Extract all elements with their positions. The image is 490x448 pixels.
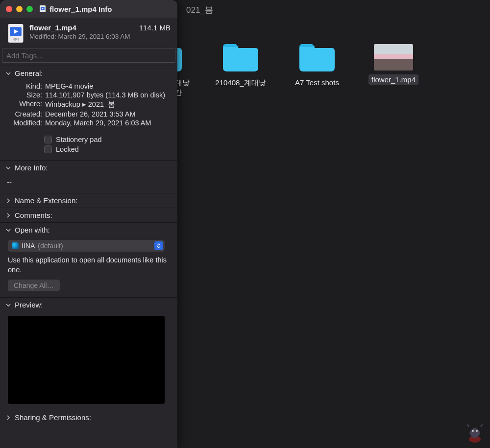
tags-field-wrap	[2, 48, 175, 63]
section-header[interactable]: General:	[0, 66, 177, 80]
section-preview: Preview:	[0, 297, 177, 404]
svg-point-1	[472, 430, 474, 432]
finder-item[interactable]: A7 Test shots	[280, 39, 354, 89]
section-title: Sharing & Permissions:	[15, 413, 91, 422]
chevron-right-icon	[5, 414, 12, 421]
section-header[interactable]: Open with:	[0, 223, 177, 237]
app-icon	[12, 242, 19, 249]
section-more-info: More Info: --	[0, 160, 177, 193]
section-general: General: Kind:MPEG-4 movie Size:114,101,…	[0, 66, 177, 160]
finder-item[interactable]: 210408_계대낮	[204, 39, 277, 89]
section-header[interactable]: Preview:	[0, 298, 177, 312]
stationery-label: Stationery pad	[56, 136, 102, 143]
where-label: Where:	[6, 100, 42, 109]
titlebar: flower_1.mp4 Info	[0, 0, 177, 18]
change-all-button[interactable]: Change All…	[8, 280, 60, 291]
section-title: Comments:	[15, 211, 52, 219]
modified-summary: Modified: March 29, 2021 6:03 AM	[29, 33, 171, 40]
finder-item-label: flower_1.mp4	[368, 74, 418, 85]
close-button[interactable]	[6, 6, 12, 12]
finder-item[interactable]: flower_1.mp4	[357, 39, 430, 89]
locked-label: Locked	[56, 145, 79, 153]
finder-item-label: 210408_계대낮	[212, 77, 269, 89]
info-window: flower_1.mp4 Info MP4 flower_1.mp4 114.1…	[0, 0, 177, 448]
finder-icon-grid: 210330_계대낮 210408_계대낮 A7 Test shots flow…	[127, 39, 490, 89]
chevron-down-icon	[5, 302, 12, 308]
svg-text:MP4: MP4	[12, 38, 19, 41]
section-sharing: Sharing & Permissions:	[0, 410, 177, 424]
window-title: flower_1.mp4 Info	[39, 5, 112, 13]
section-title: More Info:	[15, 164, 48, 172]
section-open-with: Open with: IINA (default) Use this appli…	[0, 222, 177, 297]
file-icon	[39, 5, 47, 13]
locked-row: Locked	[44, 145, 172, 153]
locked-checkbox[interactable]	[44, 145, 52, 153]
modified-label: Modified:	[6, 119, 42, 127]
size-label: Size:	[6, 91, 42, 99]
svg-point-2	[476, 430, 478, 432]
select-arrows-icon	[154, 241, 163, 250]
where-value: Winbackup ▸ 2021_봄	[45, 100, 172, 109]
kind-value: MPEG-4 movie	[45, 82, 172, 90]
chevron-right-icon	[5, 212, 12, 219]
chevron-right-icon	[5, 197, 12, 204]
folder-icon	[221, 39, 260, 73]
size-value: 114,101,907 bytes (114.3 MB on disk)	[45, 91, 172, 99]
section-name-ext: Name & Extension:	[0, 193, 177, 208]
stationery-row: Stationery pad	[44, 136, 172, 143]
summary: MP4 flower_1.mp4 114.1 MB Modified: Marc…	[0, 18, 177, 48]
zoom-button[interactable]	[26, 6, 33, 12]
section-header[interactable]: More Info:	[0, 161, 177, 175]
section-title: Name & Extension:	[15, 196, 77, 205]
open-with-hint: Use this application to open all documen…	[8, 256, 170, 275]
window-controls	[6, 6, 33, 12]
open-with-select[interactable]: IINA (default)	[8, 240, 165, 252]
stationery-checkbox[interactable]	[44, 136, 52, 143]
file-name: flower_1.mp4	[29, 24, 76, 32]
video-thumbnail	[374, 44, 413, 71]
finder-title: 021_봄	[186, 4, 213, 16]
section-title: General:	[15, 69, 43, 77]
modified-value: Monday, March 29, 2021 6:03 AM	[45, 119, 172, 127]
section-title: Preview:	[15, 301, 43, 309]
preview-box[interactable]	[8, 316, 165, 404]
section-header[interactable]: Sharing & Permissions:	[0, 410, 177, 424]
kind-label: Kind:	[6, 82, 42, 90]
open-with-app: IINA	[22, 242, 35, 250]
mascot-icon	[465, 419, 485, 443]
more-info-value: --	[0, 175, 177, 193]
section-header[interactable]: Comments:	[0, 208, 177, 222]
file-size: 114.1 MB	[139, 24, 171, 32]
chevron-down-icon	[5, 70, 12, 77]
finder-item-label: A7 Test shots	[292, 77, 342, 88]
open-with-default: (default)	[38, 242, 63, 250]
chevron-down-icon	[5, 165, 12, 171]
folder-icon	[297, 39, 337, 73]
section-comments: Comments:	[0, 208, 177, 222]
created-label: Created:	[6, 110, 42, 118]
file-icon: MP4	[7, 24, 24, 43]
minimize-button[interactable]	[16, 6, 23, 12]
section-header[interactable]: Name & Extension:	[0, 193, 177, 208]
window-title-text: flower_1.mp4 Info	[49, 5, 112, 13]
section-title: Open with:	[15, 226, 50, 234]
created-value: December 26, 2021 3:53 AM	[45, 110, 172, 118]
tags-input[interactable]	[2, 48, 175, 63]
chevron-down-icon	[5, 227, 12, 234]
